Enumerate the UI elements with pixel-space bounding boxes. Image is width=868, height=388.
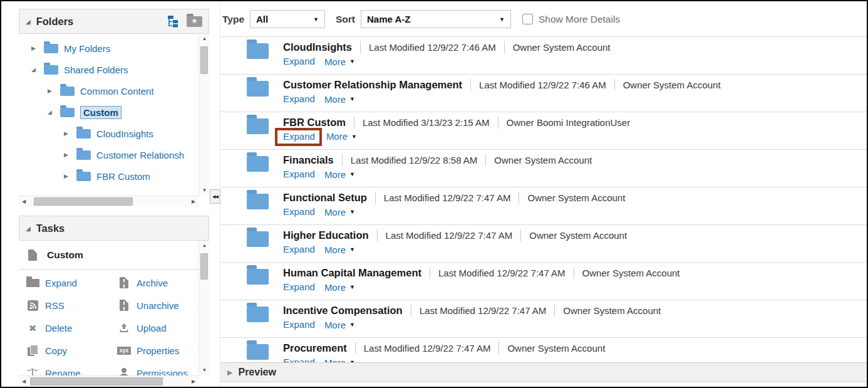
scroll-right-icon[interactable]: ▶: [189, 376, 199, 387]
task-copy[interactable]: Copy: [26, 343, 117, 357]
folder-name: Customer Relationship Management: [283, 79, 462, 91]
expand-link[interactable]: Expand: [283, 169, 315, 179]
expand-link[interactable]: Expand: [283, 319, 315, 330]
collapsed-node-icon[interactable]: ▶: [31, 45, 41, 51]
folder-row-fbr-custom[interactable]: FBR CustomLast Modified 3/13/23 2:15 AMO…: [220, 112, 867, 150]
delete-x-icon: ✖: [26, 323, 39, 333]
expanded-node-icon[interactable]: ◢: [31, 66, 41, 73]
favorites-folder-icon[interactable]: [187, 16, 202, 27]
folder-row-higher-education[interactable]: Higher EducationLast Modified 12/9/22 7:…: [220, 225, 867, 263]
folder-icon: [76, 150, 91, 160]
tree-item-my-folders[interactable]: ▶My Folders: [19, 38, 199, 59]
task-upload[interactable]: Upload: [117, 321, 199, 335]
show-more-details-checkbox[interactable]: [522, 14, 533, 24]
more-link[interactable]: More▼: [324, 56, 355, 67]
task-delete[interactable]: ✖Delete: [26, 321, 117, 335]
tree-item-custom[interactable]: ◢Custom: [19, 102, 199, 123]
task-label: Archive: [137, 278, 168, 288]
separator: [574, 267, 574, 279]
task-archive[interactable]: Archive: [117, 276, 199, 290]
tree-item-cloudinsights[interactable]: ▶CloudInsights: [19, 123, 199, 144]
more-link[interactable]: More▼: [324, 244, 355, 255]
folder-row-cloudinsights[interactable]: CloudInsightsLast Modified 12/9/22 7:46 …: [220, 37, 867, 75]
tasks-horizontal-scrollbar[interactable]: ◀ ▶: [19, 375, 199, 387]
tree-item-shared-folders[interactable]: ◢Shared Folders: [19, 59, 199, 80]
scroll-left-icon[interactable]: ◀: [19, 376, 29, 387]
scroll-up-icon[interactable]: ▲: [199, 34, 209, 44]
folder-row-functional-setup[interactable]: Functional SetupLast Modified 12/9/22 7:…: [220, 187, 867, 225]
task-rss[interactable]: RSS: [26, 298, 117, 312]
collapsed-node-icon[interactable]: ▶: [64, 173, 73, 179]
last-modified-text: Last Modified 12/9/22 7:47 AM: [386, 230, 513, 241]
folders-tree-horizontal-scrollbar[interactable]: ◀ ▶: [19, 196, 199, 207]
folder-list: CloudInsightsLast Modified 12/9/22 7:46 …: [220, 36, 867, 363]
scroll-left-icon[interactable]: ◀: [19, 196, 29, 207]
folder-icon: [247, 81, 269, 97]
collapsed-node-icon[interactable]: ▶: [64, 152, 73, 158]
folder-row-procurement[interactable]: ProcurementLast Modified 12/9/22 7:47 AM…: [220, 338, 867, 363]
folder-row-customer-relationship-management[interactable]: Customer Relationship ManagementLast Mod…: [220, 75, 867, 112]
preview-bar[interactable]: ▶ Preview: [220, 362, 867, 382]
expand-link[interactable]: Expand: [283, 93, 315, 104]
expand-link[interactable]: Expand: [283, 56, 315, 66]
tree-item-label: Shared Folders: [64, 65, 128, 75]
more-link[interactable]: More▼: [324, 282, 355, 293]
collapsed-node-icon[interactable]: ▶: [48, 88, 57, 94]
chevron-down-icon: ▼: [499, 16, 505, 23]
expand-link[interactable]: Expand: [283, 206, 315, 217]
last-modified-text: Last Modified 3/13/23 2:15 AM: [363, 117, 490, 128]
folders-panel-header[interactable]: ◢ Folders: [19, 9, 209, 34]
scroll-right-icon[interactable]: ▶: [189, 196, 199, 207]
tree-item-customer-relationsh[interactable]: ▶Customer Relationsh: [19, 144, 199, 165]
tasks-vertical-scrollbar[interactable]: ▲ ▼: [199, 241, 209, 375]
folder-icon: [247, 118, 269, 134]
collapse-panel-icon[interactable]: ◢: [26, 18, 31, 25]
collapse-panel-icon[interactable]: ◢: [26, 225, 31, 232]
scroll-down-icon[interactable]: ▼: [199, 365, 209, 375]
expand-link[interactable]: Expand: [283, 244, 315, 254]
folder-icon: [44, 44, 58, 53]
folder-name: Higher Education: [283, 229, 369, 241]
task-expand[interactable]: Expand: [26, 276, 117, 290]
separator: [614, 79, 615, 91]
scrollbar-thumb[interactable]: [200, 253, 208, 280]
collapsed-node-icon[interactable]: ▶: [64, 130, 73, 137]
xyz-icon: [117, 347, 131, 355]
expand-link[interactable]: Expand: [283, 131, 315, 142]
scroll-down-icon[interactable]: ▼: [199, 186, 209, 196]
more-link[interactable]: More▼: [326, 131, 357, 142]
expand-wrap: Expand: [283, 319, 315, 330]
separator: [485, 154, 486, 166]
folder-row-financials[interactable]: FinancialsLast Modified 12/9/22 8:58 AMO…: [220, 150, 867, 187]
task-unarchive[interactable]: Unarchive: [117, 298, 199, 312]
type-select[interactable]: All ▼: [250, 10, 325, 28]
scrollbar-thumb[interactable]: [200, 46, 208, 74]
expanded-node-icon[interactable]: ◢: [48, 109, 57, 115]
separator: [411, 305, 411, 317]
tree-view-icon[interactable]: [165, 16, 178, 28]
folders-tree-vertical-scrollbar[interactable]: ▲ ▼: [199, 34, 209, 196]
folder-row-human-capital-management[interactable]: Human Capital ManagementLast Modified 12…: [220, 263, 867, 300]
more-link[interactable]: More▼: [324, 320, 355, 330]
sidebar-collapse-handle[interactable]: ◀◀: [210, 189, 220, 204]
tree-item-fbr-custom[interactable]: ▶FBR Custom: [19, 165, 199, 187]
upload-icon: [117, 323, 131, 333]
expand-link[interactable]: Expand: [283, 281, 315, 292]
more-link[interactable]: More▼: [324, 207, 355, 218]
folder-row-incentive-compensation[interactable]: Incentive CompensationLast Modified 12/9…: [220, 300, 867, 338]
scrollbar-thumb[interactable]: [30, 377, 163, 385]
more-link[interactable]: More▼: [324, 94, 355, 105]
tasks-panel-header[interactable]: ◢ Tasks: [19, 216, 209, 241]
tree-item-label: Custom: [80, 106, 121, 119]
chevron-down-icon: ▼: [351, 134, 357, 140]
sort-select[interactable]: Name A-Z ▼: [361, 10, 511, 28]
tree-item-common-content[interactable]: ▶Common Content: [19, 80, 199, 102]
tasks-panel-title: Tasks: [36, 223, 65, 234]
folder-name: FBR Custom: [283, 117, 346, 128]
last-modified-text: Last Modified 12/9/22 8:58 AM: [351, 155, 478, 165]
scroll-up-icon[interactable]: ▲: [199, 241, 209, 251]
more-link[interactable]: More▼: [324, 169, 355, 180]
task-properties[interactable]: Properties: [117, 343, 199, 357]
scrollbar-thumb[interactable]: [34, 197, 133, 206]
task-label: Expand: [45, 278, 77, 288]
